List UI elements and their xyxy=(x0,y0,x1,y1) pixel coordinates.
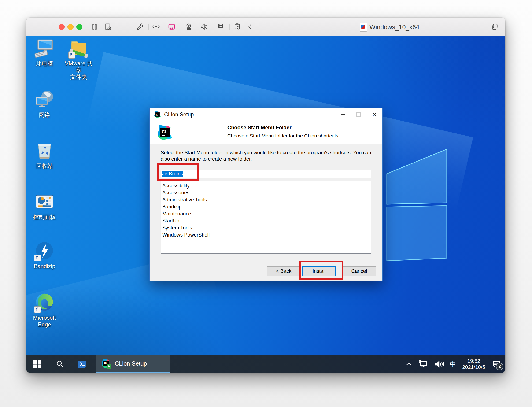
toolbar-separator xyxy=(213,24,213,30)
desktop-icon-network[interactable]: 网络 xyxy=(29,89,60,118)
svg-text:CL: CL xyxy=(104,361,108,364)
minimize-button[interactable] xyxy=(335,108,351,121)
shared-folder-icon xyxy=(68,38,89,59)
notification-badge: 2 xyxy=(496,363,503,370)
minimize-traffic-light[interactable] xyxy=(67,24,73,30)
toolbar-separator xyxy=(229,24,230,30)
desktop-icon-label: VMware 共享 xyxy=(65,60,93,73)
folder-list-item[interactable]: Accessories xyxy=(162,189,371,196)
network-icon xyxy=(34,89,55,110)
tray-clock[interactable]: 19:52 2021/10/5 xyxy=(462,358,485,370)
dialog-header: CL Choose Start Menu Folder Choose a Sta… xyxy=(150,121,382,144)
folder-list-item[interactable]: Accessibility xyxy=(162,182,371,189)
annotation-box-folder-input xyxy=(157,163,199,181)
clion-task-icon: CL xyxy=(101,359,111,369)
desktop-icon-label: 网络 xyxy=(29,111,60,118)
desktop-icon-recycle-bin[interactable]: 回收站 xyxy=(29,140,60,169)
toolbar-separator xyxy=(149,24,149,30)
network-ethernet-icon[interactable] xyxy=(418,360,428,368)
close-icon: ✕ xyxy=(372,111,377,117)
start-button[interactable] xyxy=(26,355,49,373)
screenshot-stage: Windows_10_x64 此电脑 xyxy=(0,0,532,407)
virtual-keyboard-icon[interactable] xyxy=(152,23,160,31)
desktop-icon-label: Microsoft xyxy=(33,314,56,321)
mac-titlebar: Windows_10_x64 xyxy=(26,17,505,36)
minimize-icon xyxy=(341,114,345,115)
pause-icon[interactable] xyxy=(90,23,99,31)
desktop-icon-label: 回收站 xyxy=(29,163,60,169)
edge-icon xyxy=(34,292,55,313)
cancel-button[interactable]: Cancel xyxy=(342,266,376,276)
recycle-bin-icon xyxy=(34,140,55,162)
shortcut-arrow-icon xyxy=(34,306,41,313)
taskbar-powershell-button[interactable] xyxy=(71,355,94,373)
folder-list-item[interactable]: Bandizip xyxy=(162,203,371,210)
back-chevron-icon[interactable] xyxy=(246,23,254,31)
dialog-header-subtitle: Choose a Start Menu folder for the CLion… xyxy=(227,133,340,139)
sound-icon[interactable] xyxy=(200,23,208,31)
windows-taskbar: CL CLion Setup 中 19:52 2021/10/5 2 xyxy=(26,355,505,373)
volume-icon[interactable] xyxy=(434,360,444,368)
tray-expand-chevron-icon[interactable] xyxy=(405,361,412,368)
close-button[interactable]: ✕ xyxy=(367,108,382,121)
desktop-icon-microsoft-edge[interactable]: MicrosoftEdge xyxy=(29,292,60,328)
hard-disk-icon[interactable] xyxy=(167,23,176,31)
system-tray: 中 19:52 2021/10/5 2 xyxy=(405,355,501,373)
usb-devices-icon[interactable] xyxy=(216,23,225,31)
clion-logo: CL xyxy=(157,124,173,141)
vm-file-icon xyxy=(360,23,367,31)
shortcut-arrow-icon xyxy=(68,52,75,59)
folder-list-item[interactable]: Windows PowerShell xyxy=(162,231,371,238)
maximize-icon xyxy=(356,112,361,117)
clion-app-icon: CL xyxy=(154,111,161,118)
desktop-icon-label: 控制面板 xyxy=(29,214,60,220)
desktop-icon-this-pc[interactable]: 此电脑 xyxy=(29,38,60,67)
dialog-titlebar[interactable]: CL CLion Setup ✕ xyxy=(150,108,382,121)
powershell-icon xyxy=(78,360,87,369)
search-icon xyxy=(56,360,64,368)
control-panel-icon xyxy=(34,191,55,213)
back-button[interactable]: < Back xyxy=(267,266,300,276)
folder-list-item[interactable]: Administrative Tools xyxy=(162,196,371,203)
task-label: CLion Setup xyxy=(115,360,147,367)
desktop-icon-label2: 文件夹 xyxy=(70,74,87,80)
action-center-button[interactable]: 2 xyxy=(491,359,501,369)
ime-indicator[interactable]: 中 xyxy=(450,360,456,368)
folder-list-item[interactable]: System Tools xyxy=(162,224,371,231)
toolbar-separator xyxy=(197,24,197,30)
taskbar-task-clion-setup[interactable]: CL CLion Setup xyxy=(96,355,170,373)
desktop-icon-label2: Edge xyxy=(38,321,51,328)
shortcut-arrow-icon xyxy=(34,255,41,261)
tray-date: 2021/10/5 xyxy=(462,364,485,370)
toolbar-separator xyxy=(181,24,181,30)
desktop-icon-control-panel[interactable]: 控制面板 xyxy=(29,191,60,220)
toolbar-separator xyxy=(165,24,165,30)
desktop-icon-vmware-shared-folders[interactable]: VMware 共享文件夹 xyxy=(63,38,94,80)
desktop-icon-bandizip[interactable]: Bandizip xyxy=(29,240,60,270)
fullscreen-windows-icon[interactable] xyxy=(491,23,498,30)
zoom-traffic-light[interactable] xyxy=(76,24,82,30)
vm-window-title: Windows_10_x64 xyxy=(369,24,419,31)
dialog-footer: < Back Install Cancel xyxy=(150,260,382,282)
snapshot-icon[interactable] xyxy=(103,23,112,31)
maximize-button[interactable] xyxy=(351,108,367,121)
annotation-box-install-button xyxy=(299,261,343,280)
clipboard-sync-icon[interactable] xyxy=(233,23,242,31)
close-traffic-light[interactable] xyxy=(59,24,65,30)
vmware-vm-window: Windows_10_x64 此电脑 xyxy=(26,17,505,373)
vm-window-title-group: Windows_10_x64 xyxy=(360,23,419,31)
wrench-icon[interactable] xyxy=(135,23,144,31)
toolbar-separator xyxy=(129,24,129,30)
folder-list-item[interactable]: StartUp xyxy=(162,217,371,224)
clion-setup-dialog: CL CLion Setup ✕ CL Choose Start Menu Fo… xyxy=(149,108,383,281)
dialog-body: Select the Start Menu folder in which yo… xyxy=(150,144,382,260)
folder-listbox[interactable]: Accessibility Accessories Administrative… xyxy=(161,181,371,254)
taskbar-search-button[interactable] xyxy=(49,355,71,373)
desktop-icon-label: Bandizip xyxy=(29,263,60,270)
this-pc-icon xyxy=(34,38,55,59)
camera-icon[interactable] xyxy=(185,23,193,31)
folder-list-item[interactable]: Maintenance xyxy=(162,210,371,217)
windows-desktop: 此电脑 VMware 共享文件夹 网络 回收站 xyxy=(26,36,505,355)
dialog-title: CLion Setup xyxy=(164,111,194,118)
dialog-description: Select the Start Menu folder in which yo… xyxy=(161,150,374,162)
